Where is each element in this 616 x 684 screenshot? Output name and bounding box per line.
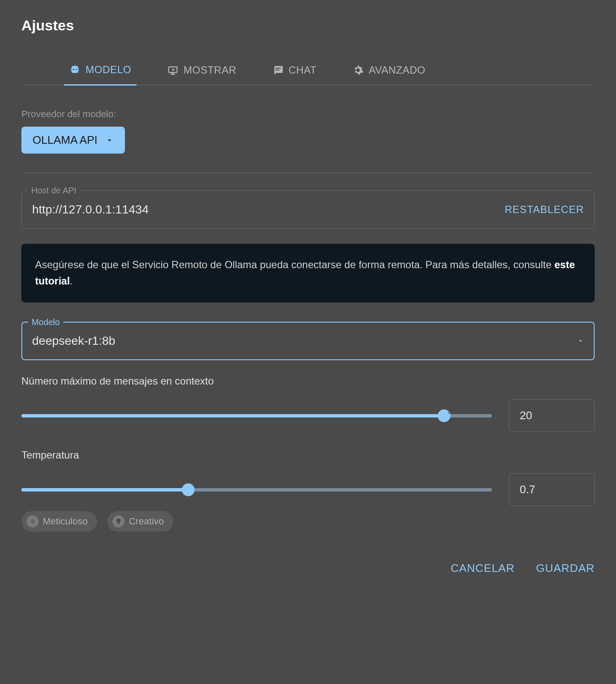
settings-tabs: MODELO MOSTRAR CHAT AVANZADO [21, 64, 595, 85]
divider [21, 173, 595, 173]
api-host-field[interactable]: Host de API RESTABLECER [21, 190, 595, 229]
provider-select[interactable]: OLLAMA API [21, 127, 125, 154]
model-value: deepseek-r1:8b [32, 334, 569, 348]
chat-icon [272, 65, 284, 76]
list-icon [27, 515, 38, 527]
display-icon [167, 65, 178, 76]
tab-label: AVANZADO [369, 64, 425, 76]
cancel-button[interactable]: CANCELAR [450, 562, 515, 575]
tab-label: MOSTRAR [184, 64, 237, 76]
temperature-value[interactable] [509, 473, 595, 506]
chip-meticulous[interactable]: Meticuloso [21, 511, 97, 532]
info-alert: Asegúrese de que el Servicio Remoto de O… [21, 244, 595, 302]
gear-icon [352, 65, 364, 76]
save-button[interactable]: GUARDAR [536, 562, 595, 575]
tab-display[interactable]: MOSTRAR [162, 64, 242, 85]
max-messages-value[interactable] [509, 399, 595, 432]
tab-label: CHAT [289, 64, 317, 76]
max-messages-slider[interactable] [21, 414, 492, 418]
api-host-legend: Host de API [28, 186, 80, 195]
provider-label: Proveedor del modelo: [21, 109, 595, 120]
provider-value: OLLAMA API [33, 133, 98, 147]
robot-icon [69, 64, 80, 75]
temperature-slider[interactable] [21, 488, 492, 492]
chip-label: Creativo [129, 516, 164, 527]
max-messages-label: Número máximo de mensajes en contexto [21, 375, 595, 387]
chip-creative[interactable]: Creativo [107, 511, 173, 532]
reset-button[interactable]: RESTABLECER [505, 204, 584, 216]
chevron-down-icon [105, 136, 114, 145]
alert-text-prefix: Asegúrese de que el Servicio Remoto de O… [35, 259, 554, 270]
model-select[interactable]: Modelo deepseek-r1:8b [21, 322, 595, 360]
tab-advanced[interactable]: AVANZADO [347, 64, 430, 85]
tab-model[interactable]: MODELO [64, 64, 136, 86]
temperature-label: Temperatura [21, 449, 595, 461]
model-legend: Modelo [28, 317, 63, 327]
page-title: Ajustes [21, 17, 595, 34]
chip-label: Meticuloso [43, 516, 88, 527]
caret-down-icon [577, 338, 584, 344]
tab-chat[interactable]: CHAT [267, 64, 322, 85]
api-host-input[interactable] [32, 203, 496, 216]
alert-text-suffix: . [70, 275, 73, 287]
tab-label: MODELO [86, 64, 131, 76]
bulb-icon [113, 515, 124, 527]
